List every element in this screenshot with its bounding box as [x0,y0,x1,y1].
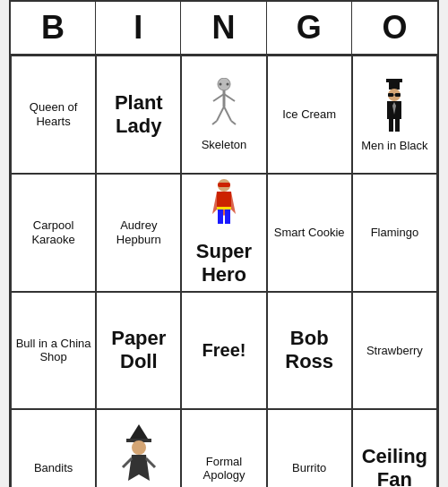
cell-text-r3c1: Bull in a China Shop [15,337,91,364]
cell-text-r1c3: Skeleton [202,138,247,152]
header-letter-o: O [352,2,437,54]
cell-text-r4c1: Bandits [34,461,73,475]
bingo-grid: Queen of HeartsPlant Lady [11,56,437,487]
bingo-card: BINGO Queen of HeartsPlant Lady [9,0,439,487]
bingo-cell-r2c5: Flamingo [352,174,437,292]
bingo-cell-r2c3: Super Hero [181,174,266,292]
bingo-cell-r4c1: Bandits [11,409,96,487]
header-letter-i: I [96,2,181,54]
bingo-cell-r3c5: Strawberry [352,292,437,410]
cell-text-r2c2: Audrey Hepburn [100,218,177,246]
bingo-cell-r4c3: Formal Apology [181,409,266,487]
cell-text-r2c1: Carpool Karaoke [15,218,91,246]
svg-line-6 [217,107,224,121]
bingo-cell-r3c3: Free! [181,292,266,410]
svg-line-8 [212,121,217,124]
svg-rect-14 [395,93,401,97]
header-letter-g: G [267,2,352,54]
bingo-header: BINGO [11,2,437,56]
svg-rect-13 [388,93,393,97]
header-letter-b: B [11,2,96,54]
svg-rect-11 [389,82,400,90]
svg-line-5 [224,94,235,101]
svg-rect-25 [218,209,223,224]
svg-rect-19 [395,119,400,132]
bingo-cell-r1c3: Skeleton [181,56,266,174]
cell-text-r1c5: Men in Black [361,139,427,153]
svg-marker-27 [130,424,148,439]
svg-line-9 [231,121,236,124]
cell-text-r2c3: Super Hero [185,240,262,287]
svg-point-2 [226,82,228,85]
cell-text-r3c3: Free! [202,339,246,361]
cell-text-r4c3: Formal Apology [185,455,262,483]
header-letter-n: N [181,2,266,54]
cell-text-r2c4: Smart Cookie [274,226,345,240]
bingo-cell-r2c4: Smart Cookie [267,174,352,292]
svg-rect-18 [389,119,393,132]
witch-icon [121,423,157,487]
hero-icon [208,178,240,238]
cell-text-r3c5: Strawberry [366,344,423,358]
cell-text-r1c2: Plant Lady [100,91,177,139]
bingo-cell-r2c1: Carpool Karaoke [11,174,96,292]
svg-line-4 [213,94,224,101]
bingo-cell-r1c1: Queen of Hearts [11,56,96,174]
bingo-cell-r1c5: Men in Black [352,56,437,174]
bingo-cell-r3c2: Paper Doll [96,292,181,410]
svg-rect-26 [225,209,230,224]
cell-text-r3c2: Paper Doll [100,327,177,374]
bingo-cell-r3c4: Bob Ross [267,292,352,410]
cell-text-r3c4: Bob Ross [271,327,348,374]
cell-text-r2c5: Flamingo [371,226,418,240]
svg-rect-24 [217,207,231,209]
svg-rect-10 [386,79,402,82]
svg-line-7 [224,107,231,121]
bingo-cell-r2c2: Audrey Hepburn [96,174,181,292]
svg-rect-21 [218,183,230,187]
bingo-cell-r1c4: Ice Cream [267,56,352,174]
bingo-cell-r4c4: Burrito [267,409,352,487]
skeleton-icon [208,78,240,136]
cell-text-r1c1: Queen of Hearts [15,100,91,128]
cell-text-r4c5: Ceiling Fan [357,445,433,487]
bingo-cell-r4c2: Witch [96,409,181,487]
mib-icon [378,77,410,137]
bingo-cell-r3c1: Bull in a China Shop [11,292,96,410]
cell-text-r1c4: Ice Cream [282,107,336,122]
svg-point-29 [132,440,146,455]
bingo-cell-r4c5: Ceiling Fan [352,409,437,487]
svg-marker-23 [212,192,236,216]
bingo-cell-r1c2: Plant Lady [96,56,181,174]
svg-point-1 [219,82,221,85]
cell-text-r4c4: Burrito [292,461,326,475]
